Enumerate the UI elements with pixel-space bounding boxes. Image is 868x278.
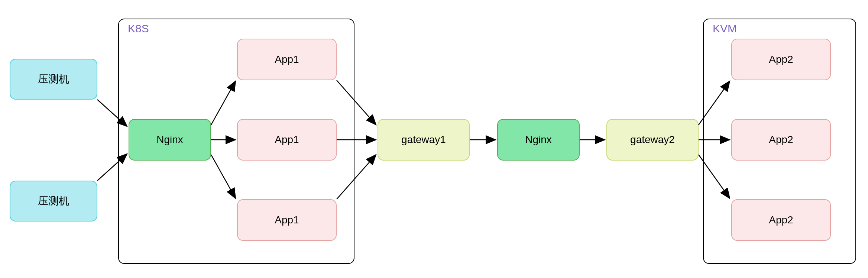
load-tester-2: 压测机 <box>10 181 97 222</box>
app1-c-label: App1 <box>275 214 299 226</box>
nginx-1: Nginx <box>129 119 211 161</box>
load-tester-1: 压测机 <box>10 59 97 100</box>
app2-b-label: App2 <box>769 134 793 146</box>
app2-c-label: App2 <box>769 214 793 226</box>
app1-b: App1 <box>237 119 337 161</box>
kvm-label: KVM <box>713 22 737 35</box>
nginx-2: Nginx <box>497 119 580 161</box>
app1-a-label: App1 <box>275 54 299 65</box>
diagram-canvas: K8S KVM 压测机 压测机 Nginx App1 App1 App1 gat… <box>0 0 868 278</box>
gateway-2-label: gateway2 <box>630 134 675 146</box>
load-tester-1-label: 压测机 <box>38 72 69 86</box>
load-tester-2-label: 压测机 <box>38 194 69 208</box>
app2-b: App2 <box>731 119 831 161</box>
app1-c: App1 <box>237 199 337 241</box>
nginx-1-label: Nginx <box>156 134 183 146</box>
app2-c: App2 <box>731 199 831 241</box>
k8s-label: K8S <box>128 22 149 35</box>
app1-b-label: App1 <box>275 134 299 146</box>
gateway-2: gateway2 <box>606 119 699 161</box>
app1-a: App1 <box>237 39 337 80</box>
gateway-1: gateway1 <box>378 119 470 161</box>
app2-a-label: App2 <box>769 54 793 65</box>
app2-a: App2 <box>731 39 831 80</box>
nginx-2-label: Nginx <box>525 134 552 146</box>
gateway-1-label: gateway1 <box>401 134 446 146</box>
